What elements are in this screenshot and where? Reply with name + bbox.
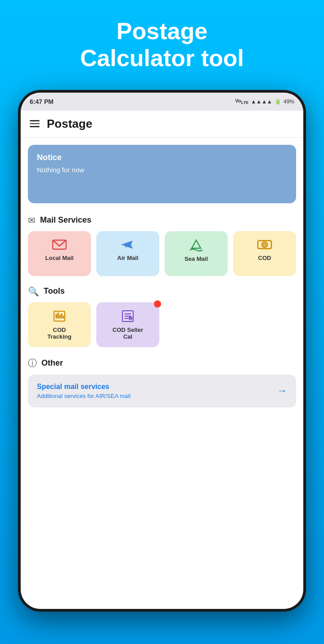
phone-screen: 6:47 PM VoLTE ▲▲▲▲ 🔋 49% Postage Notice … [21,93,303,609]
air-mail-label: Air Mail [117,255,139,261]
phone-frame: 6:47 PM VoLTE ▲▲▲▲ 🔋 49% Postage Notice … [18,90,306,612]
local-mail-icon [52,238,67,251]
app-header: Postage [21,111,303,138]
sea-mail-label: Sea Mail [184,255,208,262]
special-mail-card[interactable]: Special mail services Additional service… [28,375,296,407]
notification-dot [154,300,161,308]
app-title-area: Postage Calculator tool [80,0,244,72]
cod-tracking-label: CODTracking [47,326,71,340]
cod-card[interactable]: COD [233,231,296,276]
svg-point-3 [264,243,266,246]
mail-services-title: Mail Services [40,215,91,225]
other-section-icon: ⓘ [28,357,37,369]
menu-button[interactable] [30,120,40,127]
signal-icon: ▲▲▲▲ [251,98,272,105]
header-title: Postage [47,117,92,131]
app-content: Postage Notice Nothing for now ✉ Mail Se… [21,111,303,609]
tools-grid: CODTracking ≡ COD Selle [21,300,303,353]
tools-title: Tools [44,286,65,296]
cod-seller-label: COD SellerCal [112,326,143,340]
cod-tracking-icon [53,309,66,323]
status-time: 6:47 PM [30,98,54,105]
cod-label: COD [258,255,271,261]
sea-mail-icon [189,238,203,252]
arrow-right-icon: → [277,385,287,397]
notice-body: Nothing for now [37,166,287,174]
cod-icon [257,238,272,251]
svg-point-2 [262,242,267,247]
network-icon: VoLTE [235,98,249,105]
status-icons: VoLTE ▲▲▲▲ 🔋 49% [235,98,294,105]
other-title: Other [41,358,63,368]
svg-text:≡: ≡ [130,318,131,321]
local-mail-label: Local Mail [45,255,74,261]
tools-section-icon: 🔍 [28,286,39,297]
battery-percent: 49% [284,98,294,105]
notice-banner: Notice Nothing for now [28,145,296,203]
air-mail-card[interactable]: Air Mail [96,231,159,276]
cod-tracking-card[interactable]: CODTracking [28,302,91,347]
mail-section-icon: ✉ [28,215,36,226]
cod-seller-icon: ≡ [121,309,135,323]
air-mail-icon [120,238,135,251]
notice-title: Notice [37,153,287,162]
sea-mail-card[interactable]: Sea Mail [165,231,228,276]
special-mail-title: Special mail services [37,383,130,391]
local-mail-card[interactable]: Local Mail [28,231,91,276]
battery-icon: 🔋 [274,98,281,105]
services-grid: Local Mail Air Mail [21,229,303,282]
title-line1: Postage [80,18,244,45]
mail-services-section-header: ✉ Mail Services [21,210,303,229]
cod-seller-card[interactable]: ≡ COD SellerCal [96,302,159,347]
special-mail-text: Special mail services Additional service… [37,383,130,399]
special-mail-subtitle: Additional services for AIR/SEA mail [37,393,130,399]
other-section-header: ⓘ Other [21,353,303,373]
tools-section-header: 🔍 Tools [21,282,303,300]
status-bar: 6:47 PM VoLTE ▲▲▲▲ 🔋 49% [21,93,303,111]
title-line2: Calculator tool [80,45,244,72]
